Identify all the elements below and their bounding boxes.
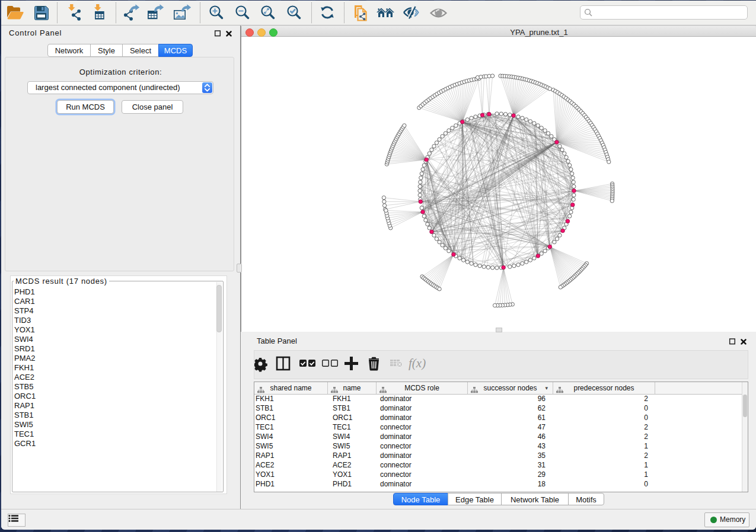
svg-text:f(x): f(x)	[409, 356, 426, 370]
